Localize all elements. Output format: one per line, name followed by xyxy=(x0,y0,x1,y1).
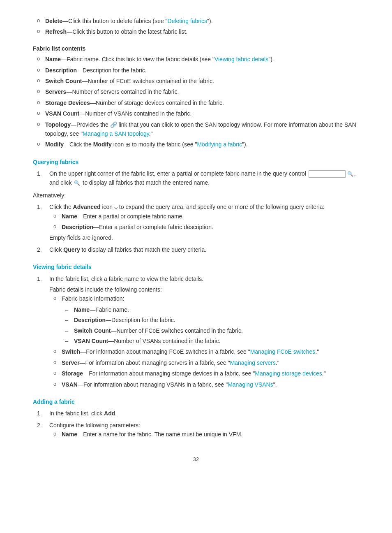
query-description-item: Description—Enter a partial or complete … xyxy=(49,222,359,232)
basic-vsan-count: VSAN Count—Number of VSANs contained in … xyxy=(62,336,359,345)
viewing-step-1: In the fabric list, click a fabric name … xyxy=(33,274,359,389)
viewing-fabric-details-section: Viewing fabric details In the fabric lis… xyxy=(33,262,359,389)
page-number: 32 xyxy=(33,455,359,464)
servers-item: Servers—Number of servers contained in t… xyxy=(33,87,359,96)
servers-label: Servers xyxy=(45,88,66,95)
fabric-list-items: Name—Fabric name. Click this link to vie… xyxy=(33,55,359,149)
vsan-detail-item: VSAN—For information about managing VSAN… xyxy=(49,380,359,389)
server-detail-item: Server—For information about managing se… xyxy=(49,358,359,367)
storage-detail-item: Storage—For information about managing s… xyxy=(49,369,359,378)
empty-fields-note: Empty fields are ignored. xyxy=(49,233,359,242)
fabric-list-heading: Fabric list contents xyxy=(33,44,359,53)
basic-name: Name—Fabric name. xyxy=(62,305,359,314)
topology-item: Topology—Provides the 🔗 link that you ca… xyxy=(33,120,359,139)
alternatively-text: Alternatively: xyxy=(33,191,359,200)
managing-san-topology-link[interactable]: Managing a SAN topology xyxy=(83,130,149,137)
initial-list: Delete—Click this button to delete fabri… xyxy=(33,16,359,37)
query-step-1: On the upper right corner of the fabric … xyxy=(33,169,359,188)
managing-servers-link[interactable]: Managing servers xyxy=(230,359,276,366)
querying-steps: On the upper right corner of the fabric … xyxy=(33,169,359,188)
fabric-details-subtext: Fabric details include the following con… xyxy=(49,285,359,294)
adding-step-1: In the fabric list, click Add. xyxy=(33,409,359,418)
managing-storage-devices-link[interactable]: Managing storage devices xyxy=(255,370,322,377)
refresh-text: —Click this button to obtain the latest … xyxy=(67,28,187,35)
delete-label: Delete xyxy=(45,18,62,24)
querying-fabrics-heading: Querying fabrics xyxy=(33,158,359,167)
query-step-2: Click Query to display all fabrics that … xyxy=(33,245,359,254)
refresh-item: Refresh—Click this button to obtain the … xyxy=(33,27,359,36)
fabric-details-list: Fabric basic information: Name—Fabric na… xyxy=(49,294,359,389)
vsan-count-label: VSAN Count xyxy=(45,110,79,117)
adding-params-list: Name—Enter a name for the fabric. The na… xyxy=(49,430,359,439)
topology-label: Topology xyxy=(45,121,71,128)
basic-info-dash-list: Name—Fabric name. Description—Descriptio… xyxy=(62,305,359,346)
alt-steps: Click the Advanced icon ⌵ to expand the … xyxy=(33,202,359,254)
fabric-basic-info: Fabric basic information: Name—Fabric na… xyxy=(49,294,359,345)
managing-vsans-link[interactable]: Managing VSANs xyxy=(228,381,273,388)
viewing-steps: In the fabric list, click a fabric name … xyxy=(33,274,359,389)
switch-count-item: Switch Count—Number of FCoE switches con… xyxy=(33,76,359,86)
adding-a-fabric-section: Adding a fabric In the fabric list, clic… xyxy=(33,397,359,439)
viewing-fabric-details-link-1[interactable]: Viewing fabric details xyxy=(214,56,268,63)
fabric-list-contents: Fabric list contents Name—Fabric name. C… xyxy=(33,44,359,149)
name-item: Name—Fabric name. Click this link to vie… xyxy=(33,55,359,64)
vsan-count-item: VSAN Count—Number of VSANs contained in … xyxy=(33,109,359,118)
search-icon-inline: 🔍 xyxy=(347,170,353,178)
modify-item: Modify—Click the Modify icon ⊞ to modify… xyxy=(33,140,359,149)
deleting-fabrics-link[interactable]: Deleting fabrics xyxy=(168,18,208,24)
query-criteria-list: Name—Enter a partial or complete fabric … xyxy=(49,212,359,232)
switch-detail-item: Switch—For information about managing FC… xyxy=(49,347,359,356)
description-label: Description xyxy=(45,67,77,74)
adding-fabric-heading: Adding a fabric xyxy=(33,397,359,406)
description-item: Description—Description for the fabric. xyxy=(33,66,359,75)
basic-switch-count: Switch Count—Number of FCoE switches con… xyxy=(62,326,359,335)
refresh-label: Refresh xyxy=(45,28,67,35)
delete-text: —Click this button to delete fabrics (se… xyxy=(62,18,213,24)
viewing-fabric-details-heading: Viewing fabric details xyxy=(33,262,359,271)
storage-devices-label: Storage Devices xyxy=(45,100,90,106)
basic-description: Description—Description for the fabric. xyxy=(62,315,359,324)
query-input-box[interactable] xyxy=(309,170,346,178)
query-name-item: Name—Enter a partial or complete fabric … xyxy=(49,212,359,221)
adding-name-item: Name—Enter a name for the fabric. The na… xyxy=(49,430,359,439)
modifying-fabric-link[interactable]: Modifying a fabric xyxy=(197,141,242,148)
modify-label: Modify xyxy=(45,141,64,148)
name-label: Name xyxy=(45,56,61,63)
adding-steps: In the fabric list, click Add. Configure… xyxy=(33,409,359,439)
switch-count-label: Switch Count xyxy=(45,78,82,84)
delete-item: Delete—Click this button to delete fabri… xyxy=(33,16,359,25)
search-click-icon: 🔍 xyxy=(74,179,80,187)
storage-devices-item: Storage Devices—Number of storage device… xyxy=(33,98,359,107)
managing-fcoe-switches-link[interactable]: Managing FCoE switches xyxy=(250,348,316,355)
querying-fabrics-section: Querying fabrics On the upper right corn… xyxy=(33,158,359,255)
adding-step-2: Configure the following parameters: Name… xyxy=(33,421,359,439)
alt-step-1: Click the Advanced icon ⌵ to expand the … xyxy=(33,202,359,243)
